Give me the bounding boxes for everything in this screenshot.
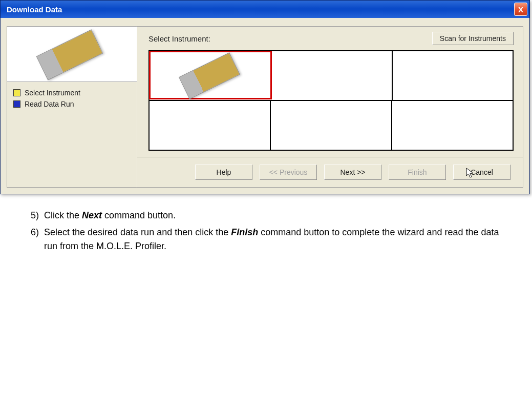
previous-button[interactable]: << Previous (260, 165, 317, 180)
close-button[interactable]: X (514, 3, 527, 16)
titlebar: Download Data X (1, 1, 529, 18)
scan-instruments-button[interactable]: Scan for Instruments (432, 32, 514, 45)
grid-row (150, 51, 513, 101)
dialog-title: Download Data (7, 5, 62, 14)
instrument-cell[interactable] (150, 101, 271, 150)
step-read-data-run: Read Data Run (13, 98, 131, 110)
instruction-number: 6) (27, 226, 39, 253)
instruction-item: 5) Click the Next command button. (27, 209, 505, 222)
next-button[interactable]: Next >> (324, 165, 381, 180)
step-marker-icon (13, 100, 20, 108)
instruction-line: Select the desired data run and then cli… (44, 226, 505, 253)
cancel-button[interactable]: Cancel (453, 165, 510, 180)
step-marker-icon (13, 89, 20, 96)
dialog-body: Select Instrument Read Data Run Select I… (1, 18, 529, 194)
panel-header: Select Instrument: Scan for Instruments (137, 27, 523, 50)
instruction-number: 5) (27, 209, 39, 222)
device-icon (177, 57, 244, 93)
step-label: Select Instrument (25, 89, 80, 97)
instrument-cell[interactable] (271, 101, 392, 150)
instruction-text: 5) Click the Next command button. 6) Sel… (27, 209, 505, 253)
download-data-dialog: Download Data X Select Instrument (0, 0, 530, 194)
device-icon (34, 34, 111, 74)
step-select-instrument: Select Instrument (13, 87, 131, 98)
finish-button[interactable]: Finish (389, 165, 446, 180)
main-content: Select Instrument Read Data Run Select I… (7, 26, 523, 188)
wizard-sidebar: Select Instrument Read Data Run (7, 26, 137, 188)
instrument-cell-selected[interactable] (149, 51, 272, 99)
grid-row (150, 101, 513, 150)
button-row: Help << Previous Next >> Finish Cancel (137, 157, 523, 187)
instruction-line: Click the Next command button. (44, 209, 505, 222)
help-button[interactable]: Help (195, 165, 252, 180)
instruction-item: 6) Select the desired data run and then … (27, 226, 505, 253)
step-label: Read Data Run (25, 100, 74, 108)
instrument-cell[interactable] (393, 51, 513, 100)
instrument-preview (7, 27, 137, 82)
steps-list: Select Instrument Read Data Run (7, 82, 137, 187)
instrument-grid (148, 50, 514, 151)
instrument-cell[interactable] (271, 51, 392, 100)
instrument-cell[interactable] (392, 101, 513, 150)
close-icon: X (518, 5, 523, 14)
main-panel: Select Instrument: Scan for Instruments (137, 26, 523, 188)
select-instrument-label: Select Instrument: (148, 34, 210, 43)
